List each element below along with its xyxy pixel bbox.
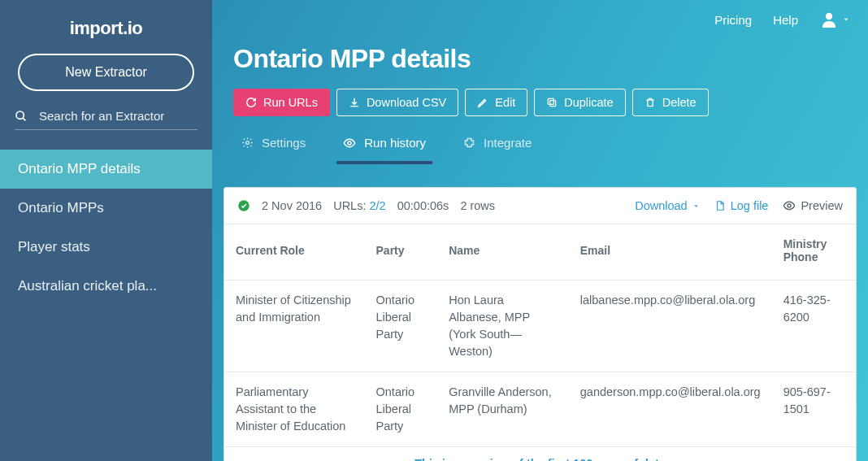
sidebar-item-ontario-mpp-details[interactable]: Ontario MPP details [0, 150, 212, 189]
col-current-role: Current Role [224, 224, 365, 281]
preview-link[interactable]: Preview [783, 199, 843, 212]
run-links: Download Log file Preview [635, 199, 843, 212]
urls-group: URLs: 2/2 [333, 199, 386, 212]
sidebar-item-ontario-mpps[interactable]: Ontario MPPs [0, 189, 212, 228]
urls-value: 2/2 [370, 199, 386, 212]
table-row: Minister of Citizenship and Immigration … [224, 281, 856, 372]
svg-point-0 [16, 111, 24, 119]
tab-integrate-label: Integrate [484, 136, 532, 150]
download-icon [349, 97, 360, 108]
content-panel: 2 Nov 2016 URLs: 2/2 00:00:06s 2 rows Do… [224, 187, 857, 461]
cell-name: Hon Laura Albanese, MPP (York South—West… [437, 281, 569, 372]
delete-label: Delete [662, 96, 697, 109]
user-icon [819, 10, 839, 29]
eye-icon [783, 199, 796, 212]
log-file-link[interactable]: Log file [714, 199, 769, 212]
action-row: Run URLs Download CSV Edit Duplicate [233, 89, 847, 116]
svg-point-5 [246, 141, 250, 145]
tab-integrate[interactable]: Integrate [457, 128, 538, 164]
pricing-link[interactable]: Pricing [714, 13, 752, 27]
data-table: Current Role Party Name Email Ministry P… [224, 224, 856, 447]
col-email: Email [569, 224, 772, 281]
extractor-list: Ontario MPP details Ontario MPPs Player … [0, 150, 212, 306]
svg-point-2 [826, 13, 832, 20]
user-menu[interactable] [819, 10, 850, 29]
main-area: Pricing Help Ontario MPP details Run URL… [212, 0, 868, 461]
search-input[interactable] [39, 109, 197, 123]
run-rows: 2 rows [460, 199, 495, 212]
table-row: Parliamentary Assistant to the Minister … [224, 372, 856, 447]
run-urls-label: Run URLs [263, 96, 318, 109]
eye-icon [343, 137, 356, 150]
cell-phone: 416-325-6200 [772, 281, 856, 372]
run-elapsed: 00:00:06s [397, 199, 449, 212]
cell-role: Parliamentary Assistant to the Minister … [224, 372, 365, 447]
pencil-icon [477, 97, 488, 108]
sidebar: import.io New Extractor Ontario MPP deta… [0, 0, 212, 461]
cell-name: Granville Anderson, MPP (Durham) [437, 372, 569, 447]
trash-icon [644, 97, 656, 108]
cell-role: Minister of Citizenship and Immigration [224, 281, 365, 372]
col-ministry-phone: Ministry Phone [772, 224, 856, 281]
cell-email: ganderson.mpp.co@liberal.ola.org [569, 372, 772, 447]
duplicate-button[interactable]: Duplicate [534, 89, 625, 116]
cell-email: lalbanese.mpp.co@liberal.ola.org [569, 281, 772, 372]
chevron-down-icon [842, 15, 850, 24]
topbar: Pricing Help [212, 0, 868, 34]
check-icon [237, 199, 250, 212]
preview-message: This is a preview of the first 100 rows … [224, 447, 856, 461]
log-file-label: Log file [731, 199, 769, 212]
delete-button[interactable]: Delete [632, 89, 709, 116]
duplicate-icon [546, 97, 558, 108]
svg-rect-4 [549, 98, 554, 104]
run-meta-bar: 2 Nov 2016 URLs: 2/2 00:00:06s 2 rows Do… [224, 188, 856, 224]
tab-run-history[interactable]: Run history [336, 128, 432, 164]
sidebar-item-player-stats[interactable]: Player stats [0, 228, 212, 267]
cell-phone: 905-697-1501 [772, 372, 856, 447]
col-name: Name [437, 224, 569, 281]
help-link[interactable]: Help [773, 13, 798, 27]
urls-label: URLs: [333, 199, 366, 212]
edit-label: Edit [495, 96, 515, 109]
sidebar-search[interactable] [15, 109, 197, 130]
col-party: Party [365, 224, 438, 281]
refresh-icon [245, 97, 257, 108]
tab-settings-label: Settings [262, 136, 306, 150]
cell-party: Ontario Liberal Party [365, 372, 438, 447]
download-csv-button[interactable]: Download CSV [336, 89, 458, 116]
gear-icon [241, 137, 254, 149]
cell-party: Ontario Liberal Party [365, 281, 438, 372]
brand-logo: import.io [0, 0, 212, 54]
search-icon [15, 110, 28, 123]
new-extractor-button[interactable]: New Extractor [18, 54, 194, 91]
download-dropdown[interactable]: Download [635, 199, 700, 212]
tab-run-history-label: Run history [364, 136, 426, 150]
file-icon [714, 200, 726, 211]
preview-label: Preview [801, 199, 843, 212]
chevron-down-icon [692, 202, 700, 210]
puzzle-icon [463, 137, 475, 149]
download-label: Download [635, 199, 688, 212]
svg-point-8 [788, 204, 791, 207]
svg-rect-3 [550, 101, 556, 107]
download-csv-label: Download CSV [367, 96, 446, 109]
tab-settings[interactable]: Settings [235, 128, 312, 164]
run-date: 2 Nov 2016 [262, 199, 322, 212]
tabs: Settings Run history Integrate [233, 128, 847, 164]
svg-point-6 [348, 141, 351, 145]
edit-button[interactable]: Edit [465, 89, 527, 116]
page-title: Ontario MPP details [233, 44, 847, 74]
sidebar-item-australian-cricket[interactable]: Australian cricket pla... [0, 267, 212, 306]
page-header: Ontario MPP details Run URLs Download CS… [212, 34, 868, 164]
svg-line-1 [23, 118, 25, 120]
run-urls-button[interactable]: Run URLs [233, 89, 330, 116]
table-header-row: Current Role Party Name Email Ministry P… [224, 224, 856, 281]
duplicate-label: Duplicate [564, 96, 613, 109]
